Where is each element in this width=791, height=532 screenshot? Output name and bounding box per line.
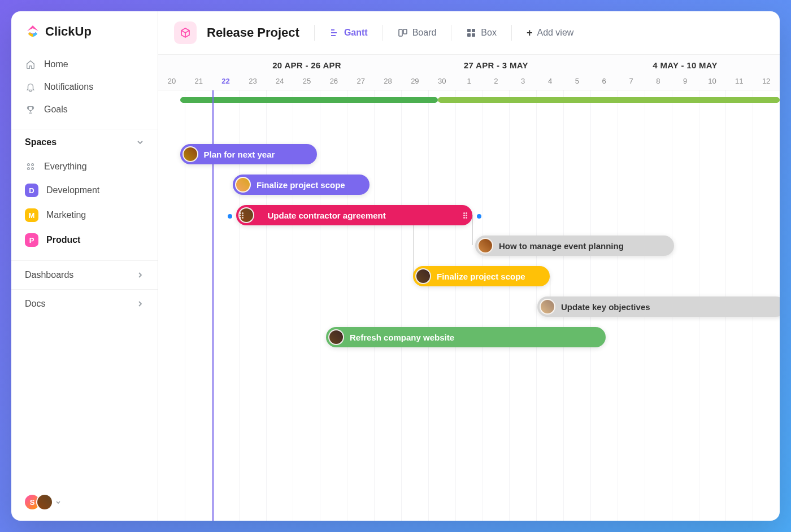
- day-cell[interactable]: 25: [293, 73, 320, 90]
- space-badge: P: [25, 233, 38, 247]
- day-cell[interactable]: 9: [672, 73, 699, 90]
- space-badge: M: [25, 208, 38, 222]
- nav-notifications[interactable]: Notifications: [17, 76, 152, 98]
- space-badge: D: [25, 184, 38, 197]
- home-icon: [25, 59, 36, 70]
- spaces-title: Spaces: [25, 137, 56, 147]
- task-label: How to manage event planning: [499, 241, 624, 251]
- box-icon: [466, 28, 476, 38]
- day-cell[interactable]: 2: [483, 73, 510, 90]
- day-cell[interactable]: 10: [699, 73, 726, 90]
- summary-bar[interactable]: [180, 97, 438, 103]
- divider: [511, 25, 512, 41]
- day-row: 2021222324252627282930123456789101112: [158, 73, 780, 90]
- task-label: Finalize project scope: [437, 272, 525, 281]
- brand-logo[interactable]: ClickUp: [11, 11, 158, 50]
- space-development[interactable]: D Development: [17, 178, 152, 203]
- week-label: 20 APR - 26 APR: [212, 55, 402, 73]
- avatar-stack: S: [24, 494, 53, 511]
- app-window: ClickUp Home Notifications Goals Spaces: [11, 11, 780, 521]
- day-cell[interactable]: 8: [645, 73, 672, 90]
- nav-list: Home Notifications Goals: [11, 50, 158, 129]
- assignee-avatar[interactable]: [415, 268, 431, 284]
- svg-point-2: [28, 168, 30, 170]
- day-cell[interactable]: 6: [590, 73, 618, 90]
- task-row: Refresh company website: [326, 326, 606, 348]
- day-cell[interactable]: 11: [725, 73, 753, 90]
- space-everything[interactable]: Everything: [17, 155, 152, 178]
- nav-label: Home: [44, 59, 68, 69]
- task-label: Update key objectives: [561, 302, 650, 312]
- svg-rect-7: [472, 29, 475, 32]
- topbar: Release Project Gantt Board Box + Add vi…: [158, 11, 780, 55]
- summary-bar[interactable]: [438, 97, 780, 103]
- task-row: Update contractor agreement: [236, 204, 472, 226]
- task-bar[interactable]: Refresh company website: [326, 327, 606, 347]
- divider: [451, 25, 451, 41]
- week-row: 20 APR - 26 APR 27 APR - 3 MAY 4 MAY - 1…: [158, 55, 780, 73]
- section-docs[interactable]: Docs: [11, 289, 158, 318]
- project-icon[interactable]: [174, 21, 197, 44]
- nav-home[interactable]: Home: [17, 53, 152, 76]
- add-view-label: Add view: [537, 28, 573, 38]
- week-label: 4 MAY - 10 MAY: [590, 55, 780, 73]
- day-cell[interactable]: 20: [158, 73, 185, 90]
- gantt-body[interactable]: TODAYPlan for next yearFinalize project …: [158, 90, 780, 521]
- drag-handle[interactable]: [463, 210, 469, 221]
- logo-icon: [25, 24, 41, 40]
- task-bar[interactable]: Update contractor agreement: [236, 205, 472, 225]
- svg-point-1: [32, 164, 34, 166]
- section-dashboards[interactable]: Dashboards: [11, 260, 158, 289]
- space-label: Development: [46, 185, 99, 195]
- day-cell[interactable]: 1: [455, 73, 483, 90]
- space-marketing[interactable]: M Marketing: [17, 203, 152, 228]
- task-bar[interactable]: Plan for next year: [180, 144, 317, 164]
- day-cell[interactable]: 30: [428, 73, 455, 90]
- drag-handle[interactable]: [240, 210, 245, 221]
- day-cell[interactable]: 26: [320, 73, 347, 90]
- chevron-down-icon: [55, 499, 61, 505]
- day-cell[interactable]: 3: [510, 73, 537, 90]
- day-cell[interactable]: 5: [563, 73, 590, 90]
- view-board[interactable]: Board: [393, 24, 441, 41]
- day-cell[interactable]: 28: [375, 73, 402, 90]
- view-label: Board: [412, 28, 437, 38]
- day-cell[interactable]: 4: [537, 73, 564, 90]
- user-switcher[interactable]: S: [11, 483, 158, 521]
- assignee-avatar[interactable]: [477, 238, 493, 254]
- assignee-avatar[interactable]: [235, 177, 251, 193]
- task-bar[interactable]: Finalize project scope: [413, 266, 550, 286]
- task-bar[interactable]: Update key objectives: [537, 296, 780, 317]
- trophy-icon: [25, 104, 36, 115]
- svg-rect-9: [472, 33, 475, 37]
- day-cell[interactable]: 22: [212, 73, 240, 90]
- task-row: Plan for next year: [180, 143, 317, 165]
- assignee-avatar[interactable]: [540, 299, 555, 315]
- day-cell[interactable]: 27: [347, 73, 375, 90]
- view-gantt[interactable]: Gantt: [325, 24, 372, 41]
- space-product[interactable]: P Product: [17, 228, 152, 252]
- svg-rect-8: [467, 33, 471, 37]
- view-box[interactable]: Box: [462, 24, 501, 41]
- chevron-down-icon: [136, 138, 144, 146]
- spaces-header[interactable]: Spaces: [11, 129, 158, 153]
- nav-label: Notifications: [44, 82, 93, 92]
- section-label: Docs: [25, 299, 45, 309]
- task-bar[interactable]: Finalize project scope: [233, 175, 370, 195]
- space-label: Marketing: [46, 210, 86, 220]
- task-bar[interactable]: How to manage event planning: [475, 236, 674, 256]
- nav-goals[interactable]: Goals: [17, 98, 152, 121]
- nav-label: Goals: [44, 104, 68, 115]
- assignee-avatar[interactable]: [328, 329, 344, 345]
- assignee-avatar[interactable]: [182, 146, 198, 162]
- project-title: Release Project: [207, 25, 299, 40]
- day-cell[interactable]: 7: [618, 73, 645, 90]
- day-cell[interactable]: 12: [753, 73, 780, 90]
- day-cell[interactable]: 21: [185, 73, 212, 90]
- add-view-button[interactable]: + Add view: [522, 24, 578, 42]
- svg-rect-5: [403, 29, 407, 34]
- day-cell[interactable]: 29: [401, 73, 428, 90]
- day-cell[interactable]: 24: [266, 73, 293, 90]
- day-cell[interactable]: 23: [239, 73, 266, 90]
- brand-name: ClickUp: [45, 24, 92, 39]
